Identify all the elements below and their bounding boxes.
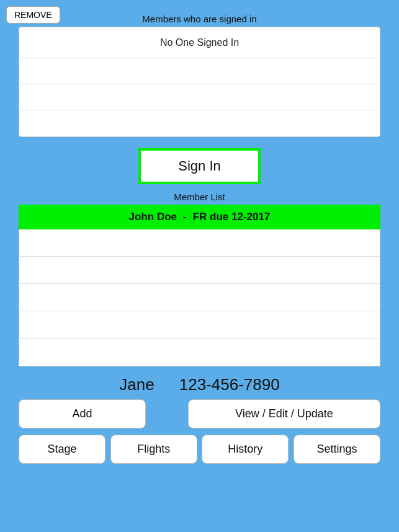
no-one-signed-in-text: No One Signed In xyxy=(19,27,380,58)
member-empty-row-4 xyxy=(19,311,380,339)
member-list-box: John Doe - FR due 12-2017 xyxy=(19,205,380,366)
member-empty-row-2 xyxy=(19,257,380,284)
history-button[interactable]: History xyxy=(202,435,289,464)
member-empty-row-5 xyxy=(19,339,380,366)
add-button[interactable]: Add xyxy=(19,399,146,428)
settings-button[interactable]: Settings xyxy=(294,435,380,464)
signed-in-empty-row-2 xyxy=(19,84,380,110)
sign-in-section: Sign In xyxy=(138,148,261,184)
stage-button[interactable]: Stage xyxy=(19,435,105,464)
member-highlighted-row[interactable]: John Doe - FR due 12-2017 xyxy=(19,205,380,229)
member-empty-row-1 xyxy=(19,229,380,257)
user-name: Jane xyxy=(119,375,154,394)
nav-buttons-row: Stage Flights History Settings xyxy=(19,435,380,464)
view-edit-update-button[interactable]: View / Edit / Update xyxy=(188,399,380,428)
remove-button[interactable]: REMOVE xyxy=(6,6,60,24)
member-status: FR due 12-2017 xyxy=(193,211,271,223)
member-list-rows xyxy=(19,229,380,366)
member-list-label: Member List xyxy=(174,192,225,202)
member-name: John Doe xyxy=(129,211,177,223)
flights-button[interactable]: Flights xyxy=(110,435,197,464)
action-buttons-row: Add View / Edit / Update xyxy=(19,399,380,428)
member-empty-row-3 xyxy=(19,284,380,311)
signed-in-empty-row-3 xyxy=(19,110,380,136)
signed-in-box: No One Signed In xyxy=(19,27,380,137)
sign-in-button[interactable]: Sign In xyxy=(138,148,261,184)
user-phone: 123-456-7890 xyxy=(179,375,280,394)
signed-in-empty-row-1 xyxy=(19,58,380,84)
signed-in-label: Members who are signed in xyxy=(142,14,256,24)
member-separator: - xyxy=(183,211,187,223)
user-info: Jane 123-456-7890 xyxy=(119,375,279,394)
